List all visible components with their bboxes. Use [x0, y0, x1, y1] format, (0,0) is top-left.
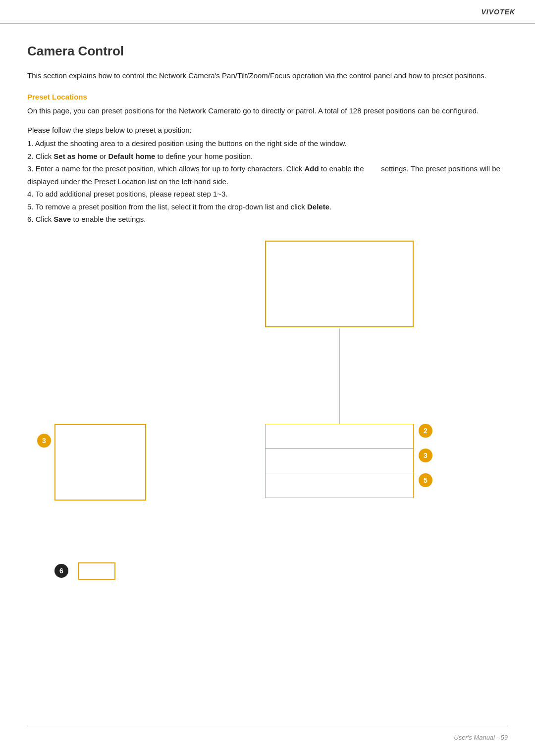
diagram-area: 1 functions are the same as the control … — [27, 241, 508, 548]
control-row-3 — [265, 473, 414, 498]
step-5: 5. To remove a preset position from the … — [27, 201, 508, 213]
step-3-cont: settings. The preset positions will be d… — [27, 164, 500, 186]
step-2: 2. Click Set as home or Default home to … — [27, 150, 508, 163]
steps-list: 1. Adjust the shooting area to a desired… — [27, 137, 508, 226]
section-heading: Preset Locations — [27, 93, 508, 101]
steps-intro: Please follow the steps below to preset … — [27, 126, 508, 134]
control-row-1 — [265, 424, 414, 449]
callout-6-circle: 6 — [54, 564, 68, 578]
header-bar: VIVOTEK — [0, 0, 535, 24]
camera-view-box — [265, 241, 414, 327]
intro-paragraph: This section explains how to control the… — [27, 70, 508, 82]
controls-area — [265, 424, 414, 498]
callout-3-right-circle: 3 — [419, 449, 432, 462]
step-6: 6. Click Save to enable the settings. — [27, 213, 508, 226]
control-row-2 — [265, 449, 414, 473]
section-desc: On this page, you can preset positions f… — [27, 105, 508, 117]
step-3: 3. Enter a name for the preset position,… — [27, 162, 508, 188]
footer-text: User's Manual - 59 — [454, 734, 508, 741]
callout-5-circle: 5 — [419, 473, 432, 487]
page-title: Camera Control — [27, 44, 508, 59]
save-area: 6 — [27, 562, 508, 580]
step-1: 1. Adjust the shooting area to a desired… — [27, 137, 508, 150]
main-content: Camera Control This section explains how… — [0, 24, 535, 600]
callout-2-circle: 2 — [419, 424, 432, 438]
step-4: 4. To add additional preset positions, p… — [27, 188, 508, 201]
callout-3-left-circle: 3 — [37, 434, 51, 448]
footer-line — [27, 726, 508, 726]
preset-list-box — [54, 424, 146, 501]
brand-name: VIVOTEK — [482, 8, 515, 16]
save-button-box[interactable] — [78, 562, 115, 580]
